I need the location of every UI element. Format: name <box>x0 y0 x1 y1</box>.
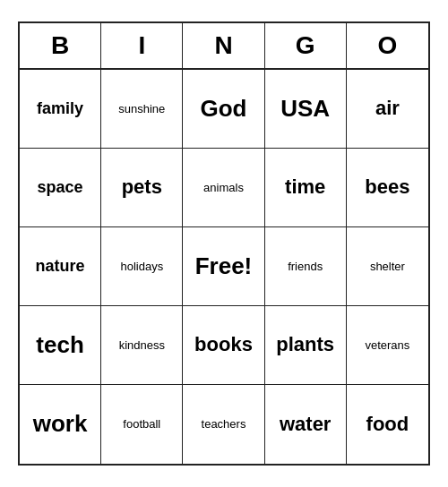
cell-label: family <box>37 99 83 119</box>
cell-label: work <box>33 410 88 438</box>
cell-label: Free! <box>195 252 253 280</box>
bingo-cell: space <box>20 149 101 227</box>
cell-label: air <box>375 97 400 120</box>
bingo-cell: holidays <box>101 227 183 306</box>
cell-label: football <box>123 417 160 431</box>
bingo-cell: veterans <box>347 306 428 385</box>
bingo-cell: work <box>20 385 101 464</box>
bingo-cell: USA <box>265 70 347 149</box>
header-cell: N <box>183 23 264 68</box>
cell-label: God <box>200 95 246 123</box>
header-cell: I <box>101 23 183 68</box>
bingo-cell: water <box>265 385 347 464</box>
header-cell: B <box>20 23 101 68</box>
bingo-cell: friends <box>265 227 347 306</box>
bingo-cell: Free! <box>183 227 264 306</box>
bingo-cell: teachers <box>183 385 264 464</box>
bingo-cell: family <box>20 70 101 149</box>
bingo-cell: tech <box>20 306 101 385</box>
cell-label: bees <box>365 175 409 199</box>
bingo-header: BINGO <box>20 23 428 70</box>
cell-label: nature <box>36 257 85 277</box>
cell-label: tech <box>36 331 83 359</box>
bingo-cell: God <box>183 70 264 149</box>
bingo-cell: sunshine <box>101 70 183 149</box>
cell-label: shelter <box>370 260 405 274</box>
bingo-cell: pets <box>101 149 183 227</box>
cell-label: space <box>38 178 83 198</box>
cell-label: sunshine <box>118 102 165 116</box>
bingo-cell: shelter <box>347 227 428 306</box>
bingo-cell: animals <box>183 149 264 227</box>
header-cell: O <box>347 23 428 68</box>
cell-label: veterans <box>365 338 409 353</box>
bingo-cell: football <box>101 385 183 464</box>
cell-label: pets <box>122 175 162 199</box>
cell-label: friends <box>288 260 323 274</box>
bingo-cell: air <box>347 70 428 149</box>
cell-label: kindness <box>119 338 165 353</box>
cell-label: water <box>280 413 331 436</box>
bingo-cell: books <box>183 306 264 385</box>
bingo-cell: food <box>347 385 428 464</box>
cell-label: plants <box>276 333 334 356</box>
cell-label: time <box>285 175 325 199</box>
bingo-cell: time <box>265 149 347 227</box>
bingo-cell: bees <box>347 149 428 227</box>
bingo-card: BINGO familysunshineGodUSAairspacepetsan… <box>18 21 430 466</box>
bingo-cell: plants <box>265 306 347 385</box>
bingo-cell: nature <box>20 227 101 306</box>
header-cell: G <box>265 23 347 68</box>
bingo-cell: kindness <box>101 306 183 385</box>
cell-label: books <box>194 333 253 356</box>
cell-label: USA <box>280 95 330 123</box>
cell-label: holidays <box>120 260 163 274</box>
bingo-grid: familysunshineGodUSAairspacepetsanimalst… <box>20 70 428 464</box>
cell-label: teachers <box>202 417 246 431</box>
cell-label: animals <box>203 181 244 195</box>
cell-label: food <box>366 413 409 436</box>
